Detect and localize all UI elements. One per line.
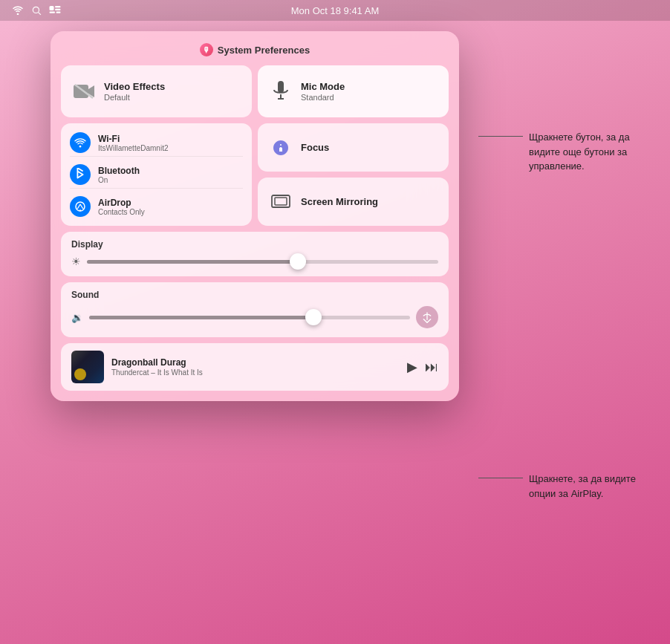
album-art xyxy=(71,351,104,383)
wifi-label: Wi-Fi xyxy=(98,134,168,144)
panel-title: 🎙 System Preferences xyxy=(61,43,449,56)
callout1-line xyxy=(478,136,523,137)
svg-rect-7 xyxy=(74,85,88,98)
wifi-sublabel: ItsWillametteDamnit2 xyxy=(98,144,168,152)
display-label: Display xyxy=(71,239,438,250)
search-icon[interactable] xyxy=(31,5,42,16)
wifi-item-text: Wi-Fi ItsWillametteDamnit2 xyxy=(98,134,168,152)
svg-rect-6 xyxy=(56,12,61,13)
focus-label: Focus xyxy=(301,142,329,153)
top-row: Video Effects Default Mic Mode Standard xyxy=(61,65,449,117)
video-effects-tile[interactable]: Video Effects Default xyxy=(61,65,252,117)
screen-mirroring-text: Screen Mirroring xyxy=(301,196,378,207)
video-effects-label: Video Effects xyxy=(104,81,165,92)
display-slider-row: ☀ xyxy=(71,256,438,267)
sound-label: Sound xyxy=(71,290,438,300)
screen-mirroring-icon xyxy=(268,189,293,215)
sound-slider-row: 🔉 xyxy=(71,306,438,328)
callout-mic-mode: Щракнете бутон, за да видите още бутони … xyxy=(478,130,648,174)
mic-mode-text: Mic Mode Standard xyxy=(301,81,345,102)
svg-rect-16 xyxy=(275,198,287,205)
svg-rect-2 xyxy=(50,6,54,10)
video-effects-icon xyxy=(71,79,97,104)
menubar-datetime: Mon Oct 18 9:41 AM xyxy=(291,5,380,16)
display-section: Display ☀ xyxy=(61,232,449,276)
sound-slider-track[interactable] xyxy=(89,316,410,319)
focus-tile[interactable]: Focus xyxy=(258,123,449,172)
callout1-text: Щракнете бутон, за да видите още бутони … xyxy=(529,130,648,174)
mic-mode-label: Mic Mode xyxy=(301,81,345,92)
svg-rect-4 xyxy=(55,9,61,10)
display-slider-fill xyxy=(87,260,298,264)
bluetooth-text: Bluetooth On xyxy=(98,166,140,184)
bluetooth-sublabel: On xyxy=(98,176,140,184)
skip-button[interactable]: ⏭ xyxy=(425,360,438,375)
focus-text: Focus xyxy=(301,142,329,153)
bluetooth-icon xyxy=(70,164,91,185)
control-center-panel: 🎙 System Preferences Video Effects Defau… xyxy=(51,31,459,401)
connectivity-tile: Wi-Fi ItsWillametteDamnit2 Bluetooth On xyxy=(61,123,252,226)
mic-mode-icon xyxy=(268,79,293,104)
song-title: Dragonball Durag xyxy=(111,357,400,368)
svg-point-14 xyxy=(79,209,81,211)
song-artist: Thundercat – It Is What It Is xyxy=(111,368,400,377)
screen-mirroring-label: Screen Mirroring xyxy=(301,196,378,207)
wifi-item-icon xyxy=(70,132,91,153)
video-effects-text: Video Effects Default xyxy=(104,81,165,102)
mic-mode-sublabel: Standard xyxy=(301,93,345,102)
wifi-icon[interactable] xyxy=(12,6,24,15)
callout-airplay: Щракнете, за да видите опции за AirPlay. xyxy=(478,472,648,501)
airdrop-icon xyxy=(70,196,91,217)
right-tiles: Focus Screen Mirroring xyxy=(258,123,449,226)
sound-section: Sound 🔉 xyxy=(61,282,449,337)
wifi-item[interactable]: Wi-Fi ItsWillametteDamnit2 xyxy=(70,129,243,157)
bluetooth-item[interactable]: Bluetooth On xyxy=(70,161,243,189)
video-effects-sublabel: Default xyxy=(104,93,165,102)
panel-title-text: System Preferences xyxy=(218,45,310,56)
svg-rect-3 xyxy=(55,6,61,7)
svg-point-0 xyxy=(33,7,39,13)
menubar: Mon Oct 18 9:41 AM xyxy=(0,0,670,21)
airdrop-label: AirDrop xyxy=(98,198,145,208)
svg-point-12 xyxy=(79,145,82,147)
sound-slider-fill xyxy=(89,316,313,319)
svg-rect-9 xyxy=(278,81,284,93)
play-button[interactable]: ▶ xyxy=(407,359,417,375)
focus-icon xyxy=(268,135,293,160)
airplay-button[interactable] xyxy=(416,306,438,328)
now-playing: Dragonball Durag Thundercat – It Is What… xyxy=(61,343,449,391)
svg-rect-5 xyxy=(50,12,56,13)
callout2-text: Щракнете, за да видите опции за AirPlay. xyxy=(529,472,648,501)
display-slider-thumb[interactable] xyxy=(290,253,306,270)
screen-mirroring-tile[interactable]: Screen Mirroring xyxy=(258,178,449,226)
airdrop-item[interactable]: AirDrop Contacts Only xyxy=(70,193,243,220)
svg-line-1 xyxy=(39,13,41,15)
bluetooth-label: Bluetooth xyxy=(98,166,140,176)
airdrop-text: AirDrop Contacts Only xyxy=(98,198,145,216)
sound-icon: 🔉 xyxy=(71,312,83,323)
middle-row: Wi-Fi ItsWillametteDamnit2 Bluetooth On xyxy=(61,123,449,226)
playback-controls: ▶ ⏭ xyxy=(407,359,438,375)
mic-mode-tile[interactable]: Mic Mode Standard xyxy=(258,65,449,117)
sound-slider-thumb[interactable] xyxy=(305,309,322,325)
panel-title-icon: 🎙 xyxy=(200,43,213,56)
brightness-icon: ☀ xyxy=(71,256,81,267)
control-center-icon[interactable] xyxy=(49,6,61,15)
now-playing-text: Dragonball Durag Thundercat – It Is What… xyxy=(111,357,400,377)
callout2-line xyxy=(478,478,523,478)
display-slider-track[interactable] xyxy=(87,260,438,264)
airdrop-sublabel: Contacts Only xyxy=(98,208,145,216)
